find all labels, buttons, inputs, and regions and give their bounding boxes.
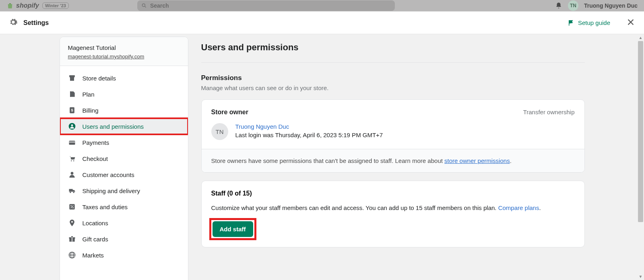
permissions-heading-block: Permissions Manage what users can see or… [201, 74, 585, 91]
add-staff-highlight: Add staff [211, 220, 254, 238]
sidebar-item-billing[interactable]: $ Billing [60, 102, 188, 118]
store-name: Magenest Tutorial [68, 44, 180, 51]
sidebar-item-plan[interactable]: Plan [60, 86, 188, 102]
owner-avatar: TN [211, 123, 228, 140]
shopify-bag-icon [6, 2, 14, 9]
store-owner-card: Store owner Transfer ownership TN Truong… [201, 99, 585, 173]
setup-guide-link[interactable]: Setup guide [568, 19, 610, 27]
svg-rect-5 [70, 91, 71, 97]
staff-title: Staff (0 of 15) [211, 190, 575, 197]
sidebar-item-locations[interactable]: Locations [60, 215, 188, 231]
sidebar-item-customer-accounts[interactable]: Customer accounts [60, 167, 188, 183]
staff-desc-period: . [539, 204, 541, 211]
settings-sidebar: Magenest Tutorial magenest-tutorial.mysh… [60, 37, 188, 280]
svg-text:$: $ [71, 108, 73, 112]
sidebar-item-label: Markets [83, 252, 104, 259]
sidebar-item-payments[interactable]: Payments [60, 134, 188, 150]
sidebar-item-label: Locations [83, 220, 108, 226]
sidebar-item-label: Plan [83, 91, 95, 98]
close-button[interactable] [626, 18, 635, 28]
bg-logo: shopify [6, 2, 39, 9]
svg-point-19 [72, 207, 74, 208]
owner-name-link[interactable]: Truong Nguyen Duc [235, 123, 383, 130]
scrollbar-thumb[interactable] [638, 41, 643, 222]
pin-icon [68, 219, 76, 227]
transfer-ownership-link[interactable]: Transfer ownership [523, 109, 575, 115]
sidebar-header: Magenest Tutorial magenest-tutorial.mysh… [60, 37, 188, 66]
svg-point-21 [71, 221, 72, 222]
svg-point-15 [70, 192, 71, 193]
gear-icon [9, 18, 18, 28]
svg-rect-10 [69, 141, 75, 145]
flag-icon [568, 19, 575, 27]
svg-point-13 [73, 161, 74, 162]
sidebar-item-gift-cards[interactable]: Gift cards [60, 231, 188, 247]
background-topbar: shopify Winter '23 Search TN Truong Nguy… [0, 0, 644, 11]
svg-rect-4 [69, 75, 74, 76]
scroll-down-arrow-icon[interactable]: ▼ [637, 273, 644, 280]
owner-permissions-link[interactable]: store owner permissions [444, 157, 510, 164]
sidebar-item-label: Customer accounts [83, 171, 134, 178]
store-owner-title: Store owner [211, 109, 248, 116]
svg-rect-24 [72, 237, 72, 242]
svg-point-9 [71, 124, 73, 126]
plan-icon [68, 90, 76, 98]
sidebar-item-taxes[interactable]: Taxes and duties [60, 199, 188, 215]
sidebar-item-label: Users and permissions [83, 123, 144, 130]
page-title: Users and permissions [201, 42, 585, 63]
sidebar-nav: Store details Plan $ Billing Users and p… [60, 66, 188, 267]
truck-icon [68, 187, 76, 195]
compare-plans-link[interactable]: Compare plans [498, 204, 539, 211]
gift-icon [68, 235, 76, 243]
settings-modal: Settings Setup guide Magenest Tutorial m… [0, 11, 644, 280]
sidebar-item-label: Billing [83, 107, 99, 114]
bell-icon [555, 2, 562, 9]
bg-notice-tag: Winter '23 [42, 2, 69, 9]
bg-brand-text: shopify [16, 2, 39, 9]
owner-card-footer: Store owners have some permissions that … [202, 149, 584, 172]
bg-username: Truong Nguyen Duc [584, 2, 638, 9]
close-icon [626, 18, 635, 27]
setup-guide-label: Setup guide [578, 19, 610, 26]
scrollbar[interactable]: ▲ ▼ [637, 34, 644, 280]
scroll-up-arrow-icon[interactable]: ▲ [637, 34, 644, 41]
svg-rect-11 [69, 142, 75, 142]
add-staff-button[interactable]: Add staff [213, 221, 253, 237]
permissions-heading: Permissions [201, 74, 585, 82]
sidebar-item-store-details[interactable]: Store details [60, 70, 188, 86]
sidebar-item-users-permissions[interactable]: Users and permissions [60, 118, 188, 134]
owner-footer-period: . [510, 157, 512, 164]
permissions-subtext: Manage what users can see or do in your … [201, 84, 585, 91]
modal-body: Magenest Tutorial magenest-tutorial.mysh… [0, 34, 644, 280]
svg-point-12 [71, 161, 72, 162]
person-icon [68, 171, 76, 179]
search-icon [141, 3, 147, 8]
sidebar-item-checkout[interactable]: Checkout [60, 150, 188, 167]
bg-search: Search [137, 0, 395, 11]
sidebar-item-label: Checkout [83, 155, 108, 162]
user-circle-icon [68, 122, 76, 130]
svg-point-16 [73, 192, 74, 193]
staff-card: Staff (0 of 15) Customize what your staf… [201, 181, 585, 247]
sidebar-item-markets[interactable]: Markets [60, 247, 188, 263]
sidebar-item-shipping[interactable]: Shipping and delivery [60, 183, 188, 199]
billing-icon: $ [68, 106, 76, 114]
modal-header: Settings Setup guide [0, 12, 644, 34]
svg-line-1 [145, 6, 146, 8]
staff-desc-prefix: Customize what your staff members can ed… [211, 204, 498, 211]
sidebar-item-label: Payments [83, 139, 109, 146]
sidebar-item-label: Store details [83, 75, 116, 82]
cart-icon [68, 154, 76, 163]
sidebar-item-label: Taxes and duties [83, 204, 128, 210]
sidebar-item-label: Shipping and delivery [83, 187, 140, 194]
svg-point-14 [70, 172, 73, 175]
store-url[interactable]: magenest-tutorial.myshopify.com [68, 54, 144, 60]
storefront-icon [68, 74, 76, 82]
owner-footer-text: Store owners have some permissions that … [211, 157, 445, 164]
svg-point-18 [70, 205, 72, 206]
bg-search-placeholder: Search [150, 2, 169, 9]
payments-icon [68, 138, 76, 146]
svg-point-0 [142, 4, 145, 6]
owner-last-login: Last login was Thursday, April 6, 2023 5… [235, 132, 383, 138]
staff-description: Customize what your staff members can ed… [211, 204, 575, 211]
